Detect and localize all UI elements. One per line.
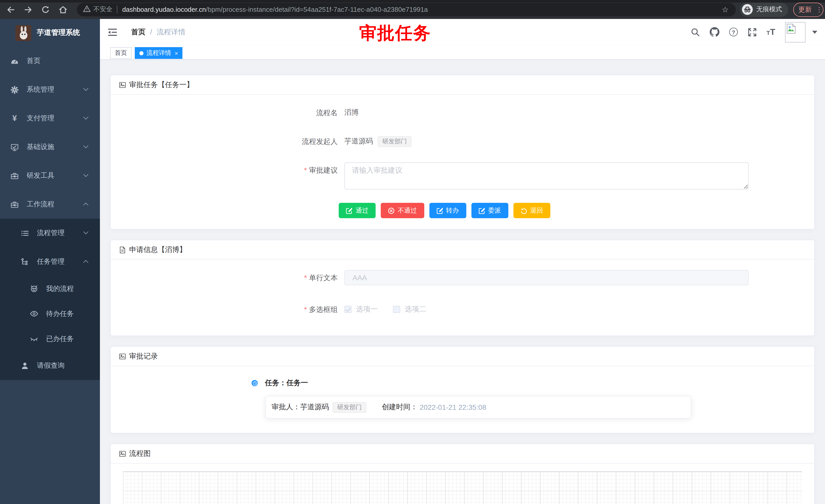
search-icon[interactable] [691,27,700,36]
opinion-row: *审批建议 [111,162,814,189]
sidebar-item-process-mgmt[interactable]: 流程管理 [0,219,100,247]
reload-icon[interactable] [39,3,52,16]
monitor-icon [10,143,19,151]
dept-tag: 研发部门 [378,136,411,147]
kebab-menu-icon[interactable]: ⋮ [816,7,818,12]
text-field-label: *单行文本 [111,270,338,285]
back-icon[interactable] [4,3,17,16]
process-diagram-card: 流程图 [110,443,815,504]
edit-icon [436,207,443,214]
card-header: 申请信息【滔博】 [111,240,814,260]
sidebar-item-workflow[interactable]: 工作流程 [0,190,100,219]
github-icon[interactable] [710,27,720,37]
bpmn-canvas-grid[interactable] [123,471,802,504]
sidebar-item-label: 我的流程 [46,284,74,293]
tab-home[interactable]: 首页 [110,47,132,59]
sidebar-item-home[interactable]: 首页 [0,47,100,75]
dept-tag: 研发部门 [332,402,366,413]
delegate-button[interactable]: 委派 [471,203,508,218]
security-label[interactable]: 不安全 [93,5,112,14]
text-field-row: *单行文本 [111,270,814,285]
toolbox-icon [10,171,19,180]
sidebar-toggle-icon[interactable] [107,28,117,38]
yen-icon: ¥ [10,114,19,122]
breadcrumb-home[interactable]: 首页 [131,28,146,37]
forward-icon[interactable] [21,3,35,16]
font-size-icon[interactable]: TT [767,27,775,37]
initiator-value: 芋道源码 研发部门 [344,136,411,147]
checkbox-group-row: *多选框组 选项一 选项二 [111,302,814,317]
checkbox-unchecked-icon [393,306,400,313]
picture-icon [119,81,126,88]
diagram-body [111,464,814,504]
create-time-label: 创建时间： [382,403,418,412]
sidebar-item-my-process[interactable]: 我的流程 [0,276,100,301]
sidebar-item-label: 研发工具 [27,171,54,180]
card-title: 审批任务【任务一】 [129,80,194,89]
chevron-up-icon [83,202,88,208]
incognito-badge: 无痕模式 [740,2,788,17]
transfer-button[interactable]: 转办 [429,203,466,218]
app-title: 芋道管理系统 [37,28,80,37]
gear-icon [10,85,19,94]
incognito-icon [742,4,753,15]
initiator-row: 流程发起人 芋道源码 研发部门 [111,134,814,149]
url-divider [117,6,117,13]
sidebar-item-pay[interactable]: ¥ 支付管理 [0,104,100,133]
task-title: 任务：任务一 [265,379,308,388]
main-content: 审批任务【任务一】 流程名 滔博 流程发起人 芋道源码 研发部门 *审批建议 [100,60,825,504]
avatar-caret-icon[interactable] [812,30,817,33]
sidebar-item-done-tasks[interactable]: 已办任务 [0,326,100,351]
required-asterisk: * [304,273,307,282]
url-bar[interactable]: 不安全 dashboard.yudao.iocoder.cn/bpm/proce… [77,3,736,16]
sidebar-item-system[interactable]: 系统管理 [0,75,100,104]
bookmark-star-icon[interactable]: ☆ [722,5,729,14]
tab-process-detail[interactable]: 流程详情 × [135,47,183,59]
return-button[interactable]: 退回 [513,203,550,218]
sidebar-submenu-workflow: 流程管理 任务管理 我的流程 待办任务 [0,219,100,380]
refresh-left-icon [520,207,527,214]
security-warning-icon[interactable] [83,5,91,14]
opinion-textarea[interactable] [344,162,749,189]
app-logo [15,25,31,41]
sidebar-item-label: 待办任务 [46,309,74,318]
update-button[interactable]: 更新 [798,5,812,14]
browser-menu[interactable]: 更新 ⋮ [793,2,823,17]
app-header: 首页 / 流程详情 审批任务 ? TT [100,19,825,45]
sidebar-item-label: 支付管理 [27,114,54,123]
tree-icon [20,257,29,266]
circle-close-icon [388,207,394,214]
sidebar-item-devtools[interactable]: 研发工具 [0,161,100,190]
approve-button[interactable]: 通过 [339,203,376,218]
breadcrumb: 首页 / 流程详情 [131,28,185,37]
sidebar-item-todo-tasks[interactable]: 待办任务 [0,301,100,326]
avatar[interactable] [785,22,806,42]
screen: 不安全 dashboard.yudao.iocoder.cn/bpm/proce… [0,0,825,504]
edit-icon [346,207,353,214]
process-name-row: 流程名 滔博 [111,105,814,120]
initiator-label: 流程发起人 [111,134,338,149]
app-logo-row[interactable]: 芋道管理系统 [0,19,100,47]
fullscreen-icon[interactable] [748,27,757,36]
chevron-up-icon [83,260,88,265]
chevron-down-icon [83,86,88,91]
sidebar-item-leave-query[interactable]: 请假查询 [0,351,100,380]
breadcrumb-separator: / [150,28,152,37]
help-icon[interactable]: ? [729,28,738,36]
close-tab-icon[interactable]: × [175,50,178,56]
home-icon[interactable] [56,3,70,16]
edit-icon [478,207,485,214]
reject-button[interactable]: 不通过 [381,203,424,218]
document-icon [119,246,126,253]
card-header: 审批任务【任务一】 [111,75,814,95]
sidebar-item-label: 系统管理 [27,85,54,94]
card-title: 申请信息【滔博】 [129,245,186,254]
sidebar-item-infra[interactable]: 基础设施 [0,133,100,161]
process-name-value: 滔博 [344,108,359,117]
approver-value: 芋道源码 [300,403,329,412]
url-text[interactable]: dashboard.yudao.iocoder.cn/bpm/process-i… [122,6,428,13]
checkbox-group: 选项一 选项二 [344,305,426,314]
sidebar-item-task-mgmt[interactable]: 任务管理 [0,247,100,276]
timeline: 任务：任务一 审批人： 芋道源码 研发部门 创建时间： 2022-01-21 2… [111,366,814,433]
card-header: 审批记录 [111,347,814,366]
